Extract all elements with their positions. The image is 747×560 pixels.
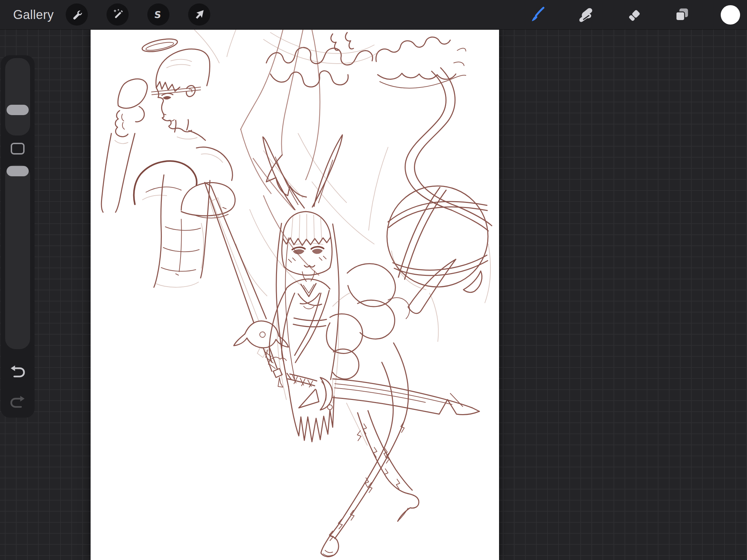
- redo-icon: [9, 393, 27, 411]
- modify-button[interactable]: [11, 143, 25, 155]
- paintbrush-icon: [528, 6, 546, 24]
- brush-opacity-handle[interactable]: [7, 166, 29, 176]
- paint-tool-button[interactable]: [527, 5, 547, 25]
- transform-button[interactable]: [188, 3, 210, 26]
- app-window: Gallery S: [0, 0, 747, 560]
- color-swatch-circle: [720, 4, 740, 25]
- wrench-icon: [71, 8, 83, 21]
- furry-legs: [321, 343, 419, 557]
- undo-icon: [9, 363, 27, 381]
- smudge-finger-icon: [577, 6, 595, 24]
- balloon-sphere: [387, 186, 488, 292]
- move-arrow-icon: [193, 8, 205, 21]
- magic-wand-icon: [111, 8, 124, 21]
- adjustments-button[interactable]: [107, 3, 129, 26]
- top-toolbar: Gallery S: [0, 0, 747, 29]
- brush-size-slider[interactable]: [5, 58, 30, 136]
- eraser-tool-button[interactable]: [624, 5, 644, 25]
- brush-opacity-slider[interactable]: [5, 165, 30, 349]
- layers-icon: [673, 6, 691, 24]
- ribbon: [405, 68, 492, 314]
- brush-size-handle[interactable]: [7, 105, 29, 115]
- selection-button[interactable]: S: [147, 3, 169, 26]
- color-swatch-button[interactable]: [720, 5, 740, 25]
- redo-button[interactable]: [8, 392, 27, 412]
- layers-tool-button[interactable]: [672, 5, 692, 25]
- eraser-icon: [625, 6, 643, 24]
- bunny-girl: [263, 135, 342, 442]
- drawing-canvas[interactable]: [91, 30, 499, 560]
- gallery-button[interactable]: Gallery: [13, 0, 54, 29]
- brush-sidebar: [1, 55, 35, 418]
- svg-text:S: S: [154, 9, 162, 20]
- smudge-tool-button[interactable]: [576, 5, 596, 25]
- construction-lines: [236, 133, 490, 445]
- undo-button[interactable]: [8, 362, 27, 381]
- artwork-sketch: [91, 30, 499, 560]
- ruffled-fabric: [264, 32, 466, 88]
- s-ribbon-icon: S: [152, 8, 165, 21]
- sword-right: [287, 373, 479, 415]
- actions-button[interactable]: [66, 3, 88, 26]
- man-figure: [101, 37, 235, 287]
